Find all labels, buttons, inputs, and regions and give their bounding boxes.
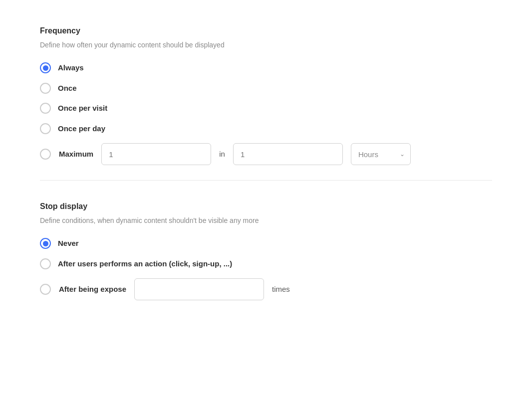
stop-never-label: Never [58,238,79,249]
frequency-hours-select[interactable]: Hours Minutes Days Weeks [351,143,411,165]
frequency-once-per-visit-label: Once per visit [58,103,107,114]
frequency-title: Frequency [40,25,492,37]
frequency-always-label: Always [58,62,84,74]
stop-display-description: Define conditions, when dynamic content … [40,215,492,226]
frequency-once-option[interactable]: Once [40,83,492,94]
frequency-once-radio[interactable] [40,83,51,94]
stop-after-expose-input[interactable] [134,278,264,300]
frequency-maximum-period-input[interactable] [233,143,343,165]
frequency-always-option[interactable]: Always [40,62,492,74]
stop-after-expose-radio[interactable] [40,284,51,295]
frequency-once-per-day-option[interactable]: Once per day [40,123,492,135]
stop-after-expose-label: After being expose [59,284,126,295]
stop-after-expose-option[interactable]: After being expose times [40,278,492,300]
frequency-description: Define how often your dynamic content sh… [40,40,492,50]
stop-display-radio-group: Never After users performs an action (cl… [40,238,492,300]
hours-select-wrapper: Hours Minutes Days Weeks ⌄ [351,143,411,165]
stop-times-label: times [272,284,290,295]
frequency-maximum-radio[interactable] [40,149,51,160]
frequency-maximum-count-input[interactable] [101,143,211,165]
frequency-once-per-visit-radio[interactable] [40,103,51,114]
stop-after-action-option[interactable]: After users performs an action (click, s… [40,258,492,270]
page-container: Frequency Define how often your dynamic … [0,0,532,409]
stop-display-title: Stop display [40,201,492,212]
frequency-once-per-day-label: Once per day [58,123,105,135]
frequency-maximum-in-label: in [219,149,225,160]
frequency-once-per-visit-option[interactable]: Once per visit [40,103,492,114]
frequency-radio-group: Always Once Once per visit Once per day … [40,62,492,165]
frequency-once-label: Once [58,83,77,94]
stop-display-section: Stop display Define conditions, when dyn… [40,181,492,310]
frequency-maximum-option[interactable]: Maximum in Hours Minutes Days Weeks ⌄ [40,143,492,165]
frequency-section: Frequency Define how often your dynamic … [40,15,492,181]
stop-never-radio[interactable] [40,238,51,249]
stop-after-action-radio[interactable] [40,258,51,269]
frequency-always-radio[interactable] [40,62,51,73]
stop-after-action-label: After users performs an action (click, s… [58,258,232,270]
stop-never-option[interactable]: Never [40,238,492,249]
frequency-once-per-day-radio[interactable] [40,123,51,134]
frequency-maximum-label: Maximum [59,149,93,160]
